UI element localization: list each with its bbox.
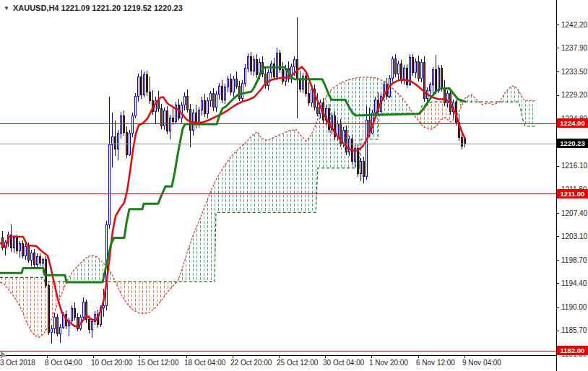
candle: [109, 97, 111, 229]
candle: [407, 64, 408, 88]
candle: [256, 54, 258, 78]
trading-chart-window: ▼ XAUUSD,H4 1221.09 1221.20 1219.52 1220…: [0, 0, 588, 371]
candle: [144, 71, 145, 97]
candle: [306, 71, 307, 96]
candle: [216, 91, 217, 112]
chart-plot-area[interactable]: [0, 0, 588, 371]
candle: [239, 81, 241, 101]
price-axis-label: 1194.40: [561, 279, 588, 287]
candle: [187, 90, 189, 113]
candle: [424, 56, 425, 102]
candle: [11, 224, 12, 252]
candle: [404, 65, 405, 84]
candle: [37, 253, 38, 269]
candle: [210, 91, 212, 108]
candle: [2, 231, 4, 250]
candle: [329, 104, 330, 133]
current-price-tag: 1220.23: [557, 139, 588, 148]
candle: [121, 112, 122, 139]
candle: [204, 94, 206, 117]
candle: [126, 126, 128, 158]
candle: [112, 113, 113, 168]
candle: [167, 106, 168, 134]
candle: [433, 67, 434, 94]
ichimoku-cloud-bullish: [500, 86, 536, 126]
candle: [34, 249, 35, 268]
time-axis-label: 18 Oct 04:00: [184, 359, 225, 367]
candle: [86, 300, 87, 323]
candle: [170, 115, 171, 139]
time-axis-label: 25 Oct 12:00: [277, 359, 318, 367]
candle: [190, 104, 191, 147]
candle: [118, 130, 119, 160]
candle: [95, 311, 96, 325]
chart-shift-marker: [1, 351, 7, 357]
price-axis-label: 1203.10: [561, 232, 588, 240]
candle: [72, 305, 73, 323]
time-axis-label: 3 Oct 2018: [0, 359, 35, 367]
time-axis-label: 22 Oct 20:00: [230, 359, 272, 367]
price-axis-label: 1237.90: [561, 44, 588, 52]
candle: [360, 158, 362, 181]
candle: [40, 253, 41, 267]
candle: [415, 58, 417, 78]
candle: [436, 55, 437, 94]
candle: [412, 54, 414, 77]
candle: [69, 318, 70, 336]
price-axis-label: 1242.20: [561, 21, 588, 29]
candle: [228, 76, 229, 92]
candle: [161, 104, 163, 129]
candle: [282, 62, 284, 84]
candle: [363, 157, 365, 183]
candle: [398, 61, 399, 81]
candle: [248, 53, 249, 72]
candle: [421, 59, 423, 82]
price-axis-label: 1216.10: [561, 162, 588, 170]
candle: [141, 70, 142, 99]
level-price-tag: 1224.00: [557, 118, 588, 128]
time-axis-label: 30 Oct 04:00: [323, 359, 364, 367]
price-axis-label: 1198.70: [561, 256, 588, 264]
candle: [176, 102, 177, 124]
candle: [48, 284, 50, 335]
candle: [280, 50, 281, 73]
candle: [92, 319, 93, 338]
candle: [213, 88, 215, 111]
time-axis-label: 8 Oct 04:00: [45, 359, 82, 367]
candle: [20, 241, 21, 258]
candle: [155, 97, 157, 123]
candle: [225, 84, 226, 105]
candle: [303, 73, 304, 94]
candle: [297, 17, 298, 118]
candle: [308, 82, 310, 105]
candle: [254, 56, 255, 77]
candle: [51, 325, 53, 344]
candle: [77, 313, 79, 332]
candle: [262, 56, 264, 77]
candle: [138, 74, 139, 102]
price-axis-label: 1233.50: [561, 68, 588, 76]
candle: [74, 302, 76, 321]
candle: [124, 110, 125, 136]
candle: [291, 64, 293, 83]
time-axis-label: 9 Nov 04:00: [462, 359, 501, 367]
candle: [202, 97, 203, 115]
symbol-dropdown-icon[interactable]: ▼: [4, 5, 9, 12]
candle: [334, 111, 336, 140]
candle: [57, 314, 59, 337]
time-axis-label: 10 Oct 20:00: [91, 359, 132, 367]
ichimoku-cloud-bearish: [116, 281, 178, 314]
candle: [207, 97, 209, 118]
candle: [150, 77, 151, 104]
candle: [395, 54, 397, 77]
candle: [184, 92, 186, 110]
time-axis-label: 6 Nov 12:00: [416, 359, 455, 367]
candle: [346, 126, 347, 155]
price-axis-label: 1229.20: [561, 91, 588, 99]
candle: [418, 56, 420, 82]
candle: [300, 71, 301, 92]
time-axis-label: 15 Oct 12:00: [137, 359, 178, 367]
candle: [173, 108, 174, 125]
candle: [83, 297, 85, 318]
candle: [464, 139, 466, 148]
